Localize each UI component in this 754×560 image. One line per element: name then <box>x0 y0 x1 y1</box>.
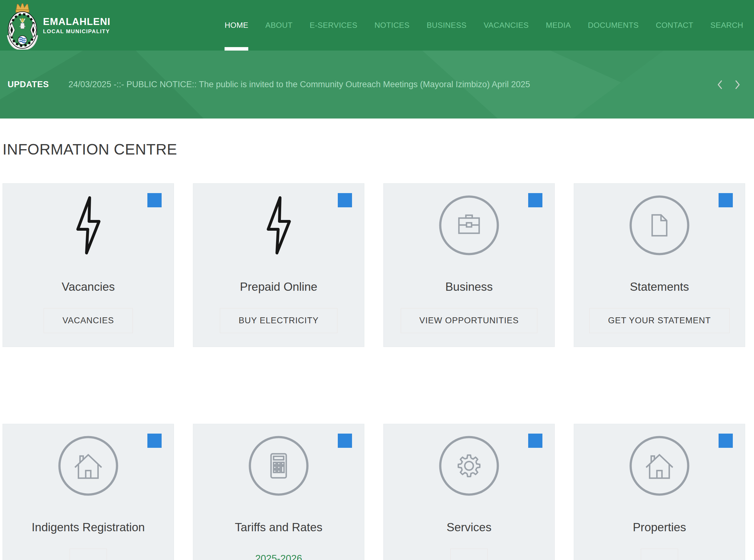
card-statements[interactable]: Statements GET YOUR STATEMENT <box>574 183 745 347</box>
updates-prev-button[interactable] <box>717 80 723 90</box>
main-navigation: HOME ABOUT E-SERVICES NOTICES BUSINESS V… <box>216 0 743 51</box>
information-centre-grid: Vacancies VACANCIES Prepaid Online BUY E… <box>2 183 745 560</box>
get-statement-button[interactable]: GET YOUR STATEMENT <box>589 308 729 333</box>
card-corner-marker <box>148 434 161 448</box>
chevron-left-icon <box>717 80 723 90</box>
indigents-button[interactable] <box>70 548 107 560</box>
calculator-icon <box>249 436 309 496</box>
emalahleni-crest-icon <box>7 2 38 49</box>
card-prepaid-online[interactable]: Prepaid Online BUY ELECTRICITY <box>193 183 364 347</box>
top-header: EMALAHLENI LOCAL MUNICIPALITY HOME ABOUT… <box>0 0 754 51</box>
nav-item-eservices[interactable]: E-SERVICES <box>301 0 366 51</box>
card-icon-area <box>439 194 499 257</box>
properties-button[interactable] <box>641 548 678 560</box>
card-title: Prepaid Online <box>240 280 317 294</box>
brand-name: EMALAHLENI <box>43 16 110 27</box>
card-icon-area <box>439 434 499 497</box>
card-title: Vacancies <box>62 280 115 294</box>
card-title: Business <box>445 280 493 294</box>
card-corner-marker <box>719 434 733 448</box>
nav-item-business[interactable]: BUSINESS <box>418 0 475 51</box>
nav-item-search[interactable]: SEARCH <box>702 0 743 51</box>
card-title: Services <box>447 521 491 534</box>
lightning-icon <box>264 194 294 257</box>
updates-label: UPDATES <box>7 80 49 89</box>
card-business[interactable]: Business VIEW OPPORTUNITIES <box>383 183 555 347</box>
card-title: Properties <box>633 521 686 534</box>
card-title: Tariffs and Rates <box>235 521 323 534</box>
view-opportunities-button[interactable]: VIEW OPPORTUNITIES <box>401 308 538 333</box>
card-icon-area <box>249 434 309 497</box>
nav-item-media[interactable]: MEDIA <box>537 0 579 51</box>
card-tariffs-and-rates[interactable]: Tariffs and Rates 2025-2026 <box>193 424 364 560</box>
municipality-logo[interactable]: EMALAHLENI LOCAL MUNICIPALITY <box>7 1 110 49</box>
card-corner-marker <box>338 193 352 207</box>
card-indigents-registration[interactable]: Indigents Registration <box>2 424 174 560</box>
page-title: INFORMATION CENTRE <box>2 141 754 158</box>
brand-subtitle: LOCAL MUNICIPALITY <box>43 28 110 35</box>
buy-electricity-button[interactable]: BUY ELECTRICITY <box>220 308 337 333</box>
nav-item-vacancies[interactable]: VACANCIES <box>475 0 537 51</box>
card-corner-marker <box>528 434 542 448</box>
nav-item-notices[interactable]: NOTICES <box>366 0 418 51</box>
briefcase-icon <box>439 195 499 255</box>
card-services[interactable]: Services <box>383 424 555 560</box>
card-icon-area <box>58 434 118 497</box>
card-title: Indigents Registration <box>32 521 145 534</box>
nav-item-contact[interactable]: CONTACT <box>647 0 702 51</box>
card-corner-marker <box>528 193 542 207</box>
updates-ticker-text[interactable]: 24/03/2025 -::- PUBLIC NOTICE:: The publ… <box>69 80 709 89</box>
updates-next-button[interactable] <box>734 80 741 90</box>
tariffs-year-link[interactable]: 2025-2026 <box>255 553 302 560</box>
updates-ticker-controls <box>717 80 741 90</box>
card-title: Statements <box>630 280 689 294</box>
vacancies-button[interactable]: VACANCIES <box>44 308 133 333</box>
lightning-icon <box>73 194 103 257</box>
services-button[interactable] <box>450 548 488 560</box>
house-icon <box>58 436 118 496</box>
card-icon-area <box>264 194 294 257</box>
card-vacancies[interactable]: Vacancies VACANCIES <box>2 183 174 347</box>
document-icon <box>630 195 690 255</box>
card-icon-area <box>630 194 690 257</box>
card-corner-marker <box>719 193 733 207</box>
nav-item-about[interactable]: ABOUT <box>257 0 301 51</box>
nav-item-home[interactable]: HOME <box>216 0 257 51</box>
house-icon <box>630 436 690 496</box>
card-properties[interactable]: Properties <box>574 424 745 560</box>
gear-icon <box>439 436 499 496</box>
nav-item-documents[interactable]: DOCUMENTS <box>579 0 647 51</box>
chevron-right-icon <box>734 80 741 90</box>
card-icon-area <box>73 194 103 257</box>
brand-text: EMALAHLENI LOCAL MUNICIPALITY <box>43 16 110 35</box>
card-corner-marker <box>338 434 352 448</box>
updates-banner: UPDATES 24/03/2025 -::- PUBLIC NOTICE:: … <box>0 51 754 119</box>
card-corner-marker <box>148 193 161 207</box>
card-icon-area <box>630 434 690 497</box>
